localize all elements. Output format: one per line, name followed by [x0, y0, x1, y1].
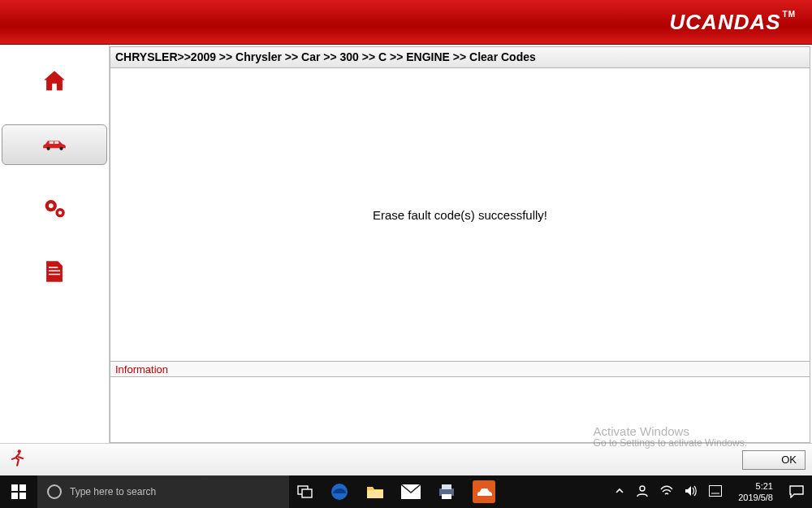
taskbar-app-mail[interactable] — [393, 475, 429, 508]
sidebar-item-settings[interactable] — [2, 188, 107, 228]
clock-date: 2019/5/8 — [738, 492, 773, 503]
printer-icon — [437, 482, 456, 501]
svg-rect-19 — [442, 484, 451, 489]
windows-taskbar: Type here to search — [0, 475, 812, 508]
svg-point-8 — [18, 449, 21, 453]
report-icon — [41, 258, 68, 285]
taskbar-app-explorer[interactable] — [357, 475, 393, 508]
ucandas-app-icon — [473, 480, 495, 503]
exit-button[interactable] — [6, 447, 29, 473]
sidebar — [0, 45, 110, 443]
notification-icon — [789, 485, 804, 498]
system-tray — [607, 484, 730, 500]
content-panel: CHRYSLER>>2009 >> Chrysler >> Car >> 300… — [110, 46, 810, 443]
taskbar-search[interactable]: Type here to search — [37, 475, 289, 508]
start-button[interactable] — [0, 475, 37, 508]
svg-rect-12 — [19, 493, 26, 499]
info-section-label: Information — [110, 361, 810, 377]
taskbar-app-ucandas[interactable] — [464, 475, 503, 508]
result-message: Erase fault code(s) successfully! — [373, 208, 547, 222]
svg-rect-11 — [11, 493, 18, 499]
info-section-body — [110, 377, 810, 442]
message-area: Erase fault code(s) successfully! — [110, 68, 810, 361]
svg-rect-10 — [19, 484, 26, 491]
windows-icon — [11, 484, 26, 499]
svg-point-0 — [46, 147, 50, 150]
brand-tm: TM — [783, 10, 796, 19]
running-man-icon — [6, 447, 29, 470]
sidebar-item-report[interactable] — [2, 251, 107, 292]
car-icon — [41, 131, 68, 158]
main-area: CHRYSLER>>2009 >> Chrysler >> Car >> 300… — [0, 45, 812, 443]
taskbar-app-edge[interactable] — [322, 475, 357, 508]
clock-time: 5:21 — [738, 480, 773, 492]
mail-icon — [401, 482, 421, 501]
ok-button[interactable]: OK — [742, 450, 806, 470]
svg-rect-9 — [11, 484, 18, 491]
svg-rect-16 — [367, 490, 383, 498]
action-center-button[interactable] — [781, 475, 812, 508]
tray-ime-icon[interactable] — [709, 485, 722, 499]
svg-rect-2 — [50, 141, 54, 144]
brand-logo: UCANDASTM — [670, 10, 796, 35]
cortana-icon — [47, 484, 62, 499]
tray-volume-icon[interactable] — [685, 485, 698, 499]
svg-rect-20 — [442, 494, 451, 499]
taskbar-app-printer[interactable] — [429, 475, 464, 508]
taskbar-clock[interactable]: 5:21 2019/5/8 — [730, 480, 781, 503]
tray-network-icon[interactable] — [660, 485, 673, 499]
breadcrumb: CHRYSLER>>2009 >> Chrysler >> Car >> 300… — [110, 47, 810, 68]
task-view-icon — [297, 485, 313, 498]
search-placeholder: Type here to search — [70, 486, 156, 497]
tray-people-icon[interactable] — [636, 484, 649, 500]
folder-icon — [365, 482, 385, 501]
gears-icon — [41, 194, 68, 222]
app-header: UCANDASTM — [0, 0, 812, 45]
svg-point-5 — [49, 203, 54, 208]
sidebar-item-home[interactable] — [2, 61, 107, 102]
svg-point-21 — [640, 486, 645, 491]
svg-rect-22 — [710, 485, 722, 496]
sidebar-item-vehicle[interactable] — [2, 124, 107, 165]
app-bottom-bar: Activate Windows Go to Settings to activ… — [0, 443, 812, 475]
svg-rect-14 — [302, 489, 312, 497]
tray-chevron-up-icon[interactable] — [615, 486, 624, 498]
svg-point-7 — [58, 211, 63, 215]
edge-icon — [330, 482, 349, 501]
brand-text: UCANDAS — [670, 10, 781, 34]
home-icon — [41, 67, 68, 95]
svg-point-1 — [59, 147, 63, 150]
svg-rect-3 — [54, 141, 58, 144]
task-view-button[interactable] — [289, 475, 322, 508]
